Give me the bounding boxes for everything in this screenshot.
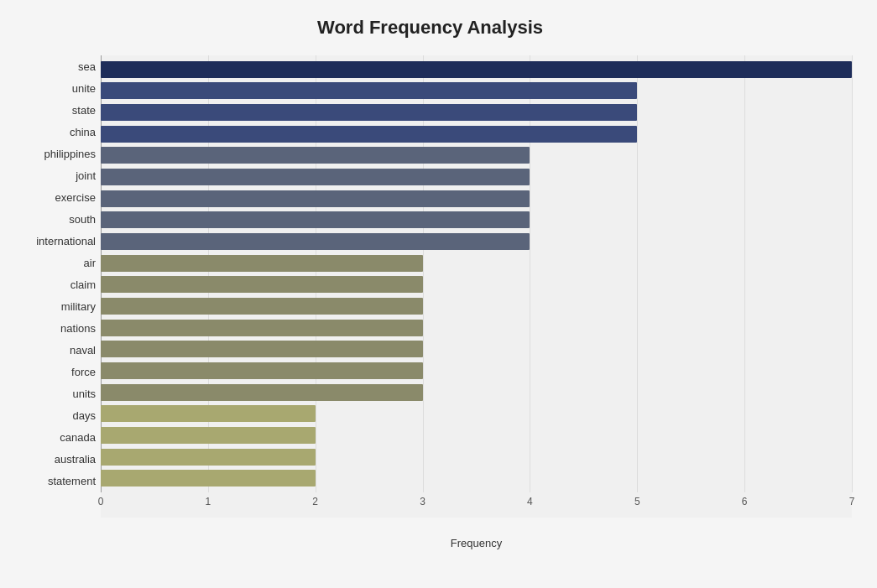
bar-row: [101, 403, 852, 425]
x-tick-label: 5: [634, 496, 640, 507]
bar: [101, 470, 316, 487]
bar-row: [101, 317, 852, 339]
bar-row: [101, 231, 852, 252]
bar-row: [101, 446, 852, 468]
bar-row: [101, 382, 852, 403]
bar: [101, 384, 423, 401]
bar: [101, 298, 423, 315]
bar-row: [101, 424, 852, 446]
x-tick-label: 6: [742, 496, 748, 507]
y-axis-label: state: [72, 99, 101, 121]
y-axis-label: australia: [55, 449, 101, 471]
y-axis-label: claim: [70, 273, 101, 295]
x-tick-label: 7: [849, 496, 855, 507]
bar-row: [101, 360, 852, 382]
bar: [101, 169, 530, 185]
bar: [101, 126, 637, 143]
y-axis-label: sea: [78, 55, 101, 77]
bar-row: [101, 467, 852, 489]
bar: [101, 190, 530, 207]
bar: [101, 362, 423, 379]
plot-area: Frequency 01234567: [101, 55, 852, 518]
y-axis: seaunitestatechinaphilippinesjointexerci…: [8, 55, 101, 518]
y-axis-label: exercise: [55, 186, 101, 208]
bar-row: [101, 81, 852, 102]
y-axis-label: days: [73, 405, 101, 427]
y-axis-label: nations: [60, 318, 101, 340]
bar-row: [101, 188, 852, 210]
x-axis: Frequency 01234567: [101, 492, 852, 518]
chart-container: Word Frequency Analysis seaunitestatechi…: [0, 0, 877, 588]
x-tick-label: 4: [527, 496, 533, 507]
bar-row: [101, 210, 852, 232]
bar-row: [101, 295, 852, 317]
bar: [101, 255, 423, 272]
bar: [101, 211, 530, 228]
y-axis-label: force: [71, 362, 101, 383]
bar: [101, 341, 423, 357]
bar: [101, 405, 316, 422]
bar: [101, 320, 423, 336]
y-axis-label: military: [61, 296, 101, 318]
bar: [101, 147, 530, 164]
x-tick-label: 2: [312, 496, 318, 507]
y-axis-label: canada: [60, 427, 101, 449]
y-axis-label: joint: [76, 164, 101, 186]
x-tick-label: 1: [206, 496, 211, 507]
grid-line: [852, 55, 853, 492]
x-axis-label: Frequency: [451, 537, 502, 549]
y-axis-label: china: [70, 121, 101, 143]
bar-row: [101, 274, 852, 296]
y-axis-label: units: [73, 383, 101, 405]
x-tick-label: 0: [98, 496, 104, 507]
bar: [101, 61, 852, 78]
bar-row: [101, 166, 852, 188]
bar-row: [101, 339, 852, 361]
y-axis-label: philippines: [44, 143, 101, 164]
bar-row: [101, 123, 852, 145]
bar: [101, 104, 637, 121]
bar-row: [101, 101, 852, 123]
y-axis-label: international: [36, 230, 101, 252]
y-axis-label: statement: [48, 471, 101, 492]
y-axis-label: air: [84, 252, 101, 273]
x-tick-label: 3: [420, 496, 425, 507]
bar: [101, 276, 423, 293]
bar: [101, 449, 316, 466]
y-axis-label: unite: [72, 77, 101, 99]
bar: [101, 82, 637, 99]
bar-row: [101, 145, 852, 167]
bar-row: [101, 59, 852, 81]
bar: [101, 427, 316, 444]
y-axis-label: naval: [70, 340, 101, 362]
bars-wrapper: [101, 55, 852, 492]
chart-title: Word Frequency Analysis: [8, 17, 852, 39]
chart-area: seaunitestatechinaphilippinesjointexerci…: [8, 55, 852, 518]
y-axis-label: south: [69, 208, 101, 230]
bars-section: Frequency 01234567: [101, 55, 852, 518]
bar: [101, 233, 530, 250]
bar-row: [101, 252, 852, 274]
